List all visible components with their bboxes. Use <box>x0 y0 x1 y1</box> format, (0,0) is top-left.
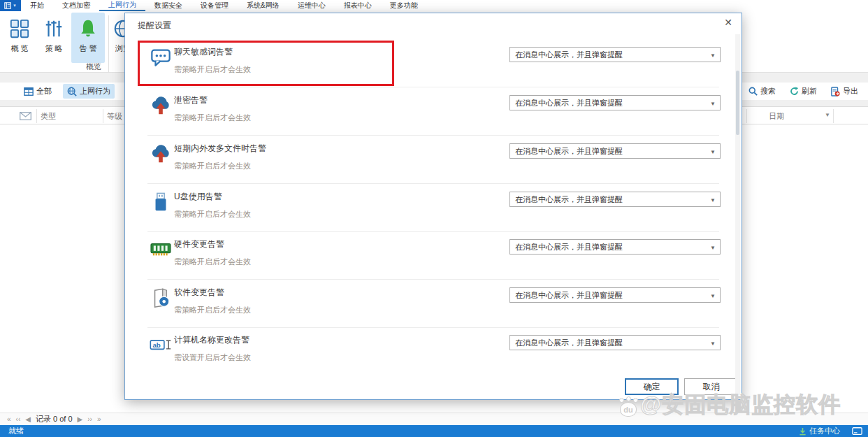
chevron-down-icon: ▼ <box>710 197 716 203</box>
dropdown-value: 在消息中心展示，并且弹窗提醒 <box>515 242 623 252</box>
tab-home[interactable]: 开始 <box>21 0 53 11</box>
tab-more[interactable]: 更多功能 <box>381 0 427 11</box>
refresh-label: 刷新 <box>802 86 817 96</box>
alert-row-hardware-change: 硬件变更告警 需策略开启后才会生效 在消息中心展示，并且弹窗提醒 ▼ <box>125 231 742 280</box>
alert-row-computer-rename: ab 计算机名称更改告警 需设置开启后才会生效 在消息中心展示，并且弹窗提醒 ▼ <box>125 327 742 375</box>
notify-mode-dropdown[interactable]: 在消息中心展示，并且弹窗提醒 ▼ <box>509 192 721 207</box>
close-icon[interactable]: ✕ <box>724 17 732 27</box>
alert-bell-icon <box>78 18 99 39</box>
chevron-down-icon: ▼ <box>710 293 716 299</box>
notify-mode-dropdown[interactable]: 在消息中心展示，并且弹窗提醒 ▼ <box>509 143 721 159</box>
column-header-date[interactable]: 日期 <box>769 111 784 122</box>
chevron-down-icon[interactable]: ▼ <box>825 112 830 118</box>
notify-mode-dropdown[interactable]: 在消息中心展示，并且弹窗提醒 ▼ <box>509 239 721 255</box>
ribbon-policy-button[interactable]: 策 略 <box>37 13 71 63</box>
fast-prev-button[interactable]: ‹‹ <box>16 415 21 423</box>
dialog-title: 提醒设置 <box>138 20 171 31</box>
memory-chip-icon <box>150 238 172 261</box>
table-icon <box>24 87 34 96</box>
ribbon-overview-label: 概 览 <box>10 43 28 54</box>
notify-mode-dropdown[interactable]: 在消息中心展示，并且弹窗提醒 ▼ <box>509 335 721 350</box>
export-label: 导出 <box>843 86 858 96</box>
alert-subtitle: 需策略开启后才会生效 <box>174 305 251 315</box>
column-header-level[interactable]: 等级 <box>107 111 122 122</box>
dropdown-value: 在消息中心展示，并且弹窗提醒 <box>515 98 623 108</box>
first-page-button[interactable]: « <box>7 415 11 423</box>
cancel-button[interactable]: 取消 <box>684 378 738 395</box>
cloud-upload-icon <box>150 94 172 117</box>
refresh-button[interactable]: 刷新 <box>786 84 821 99</box>
tab-system-network[interactable]: 系统&网络 <box>238 0 289 11</box>
tab-device-mgmt[interactable]: 设备管理 <box>191 0 238 11</box>
tab-ops-center[interactable]: 运维中心 <box>289 0 335 11</box>
alert-row-multi-file-send: 短期内外发多文件时告警 需策略开启后才会生效 在消息中心展示，并且弹窗提醒 ▼ <box>125 136 742 184</box>
svg-text:ab: ab <box>152 341 160 349</box>
filter-all-label: 全部 <box>36 86 52 96</box>
globe-search-icon <box>67 87 77 96</box>
column-separator <box>746 109 747 123</box>
chevron-down-icon: ▼ <box>710 245 716 251</box>
magnifier-icon <box>748 87 758 96</box>
ribbon-overview-button[interactable]: 概 览 <box>3 13 36 63</box>
scrollbar-thumb[interactable] <box>736 71 739 135</box>
cloud-upload-icon <box>150 143 172 165</box>
column-separator <box>36 109 37 123</box>
task-center-button[interactable]: 任务中心 <box>799 426 840 436</box>
reminder-settings-dialog: 提醒设置 ✕ 聊天敏感词告警 需策略开启后才会生效 在消息中心展示，并且弹窗提醒… <box>124 13 742 400</box>
record-count: 记录 0 of 0 <box>36 414 73 424</box>
ribbon-tab-bar: ▼ 开始 文档加密 上网行为 数据安全 设备管理 系统&网络 运维中心 报表中心… <box>0 0 868 11</box>
tab-doc-encrypt[interactable]: 文档加密 <box>53 0 99 11</box>
ok-button[interactable]: 确定 <box>625 378 679 395</box>
notify-mode-dropdown[interactable]: 在消息中心展示，并且弹窗提醒 ▼ <box>509 95 721 110</box>
refresh-icon <box>790 87 799 96</box>
notify-mode-dropdown[interactable]: 在消息中心展示，并且弹窗提醒 ▼ <box>509 287 721 303</box>
notify-mode-dropdown[interactable]: 在消息中心展示，并且弹窗提醒 ▼ <box>509 47 721 62</box>
dropdown-value: 在消息中心展示，并且弹窗提醒 <box>515 338 623 348</box>
chevron-down-icon: ▼ <box>710 101 716 107</box>
dropdown-value: 在消息中心展示，并且弹窗提醒 <box>515 146 623 157</box>
tab-web-behavior[interactable]: 上网行为 <box>99 0 145 11</box>
next-page-button[interactable]: ▶ <box>78 415 83 423</box>
tab-data-security[interactable]: 数据安全 <box>145 0 191 11</box>
alert-subtitle: 需策略开启后才会生效 <box>174 64 251 75</box>
filter-all-button[interactable]: 全部 <box>20 84 56 99</box>
ribbon-alert-label: 告 警 <box>79 43 96 54</box>
column-header-type[interactable]: 类型 <box>41 111 56 122</box>
rename-ab-icon: ab <box>150 334 172 357</box>
column-separator <box>833 109 834 123</box>
alert-title: 聊天敏感词告警 <box>174 46 233 58</box>
download-arrow-icon <box>799 427 806 436</box>
last-page-button[interactable]: » <box>97 415 101 423</box>
search-button[interactable]: 搜索 <box>744 84 780 99</box>
alert-row-usb-usage: U盘使用告警 需策略开启后才会生效 在消息中心展示，并且弹窗提醒 ▼ <box>125 184 742 232</box>
alert-row-chat-keywords: 聊天敏感词告警 需策略开启后才会生效 在消息中心展示，并且弹窗提醒 ▼ <box>125 39 742 87</box>
alert-title: 泄密告警 <box>174 94 208 106</box>
tab-report-center[interactable]: 报表中心 <box>335 0 381 11</box>
status-text: 就绪 <box>8 426 24 436</box>
app-icon <box>4 2 11 9</box>
filter-web-behavior-label: 上网行为 <box>80 86 110 96</box>
alert-title: U盘使用告警 <box>174 191 222 203</box>
screen-icon[interactable] <box>852 427 862 435</box>
alert-subtitle: 需策略开启后才会生效 <box>174 209 251 220</box>
alert-row-software-change: 软件变更告警 需策略开启后才会生效 在消息中心展示，并且弹窗提醒 ▼ <box>125 280 742 328</box>
fast-next-button[interactable]: ›› <box>87 415 92 423</box>
export-icon <box>831 87 840 96</box>
policy-sliders-icon <box>43 18 64 39</box>
app-window: ▼ 开始 文档加密 上网行为 数据安全 设备管理 系统&网络 运维中心 报表中心… <box>0 0 868 437</box>
pagination-bar: « ‹‹ ◀ 记录 0 of 0 ▶ ›› » <box>0 413 868 425</box>
dialog-scrollbar[interactable] <box>735 34 740 395</box>
prev-page-button[interactable]: ◀ <box>25 415 31 423</box>
envelope-icon[interactable] <box>20 112 31 120</box>
export-button[interactable]: 导出 <box>827 84 862 99</box>
app-menu-button[interactable]: ▼ <box>0 0 21 11</box>
column-separator <box>103 109 103 123</box>
ribbon-alert-button[interactable]: 告 警 <box>71 13 105 63</box>
filter-web-behavior-button[interactable]: 上网行为 <box>63 84 115 99</box>
ribbon-policy-label: 策 略 <box>45 43 62 54</box>
alert-subtitle: 需策略开启后才会生效 <box>174 161 251 171</box>
chevron-down-icon: ▼ <box>710 52 716 59</box>
task-center-label: 任务中心 <box>809 426 840 436</box>
alert-subtitle: 需策略开启后才会生效 <box>174 257 251 267</box>
alert-subtitle: 需设置开启后才会生效 <box>174 352 251 363</box>
